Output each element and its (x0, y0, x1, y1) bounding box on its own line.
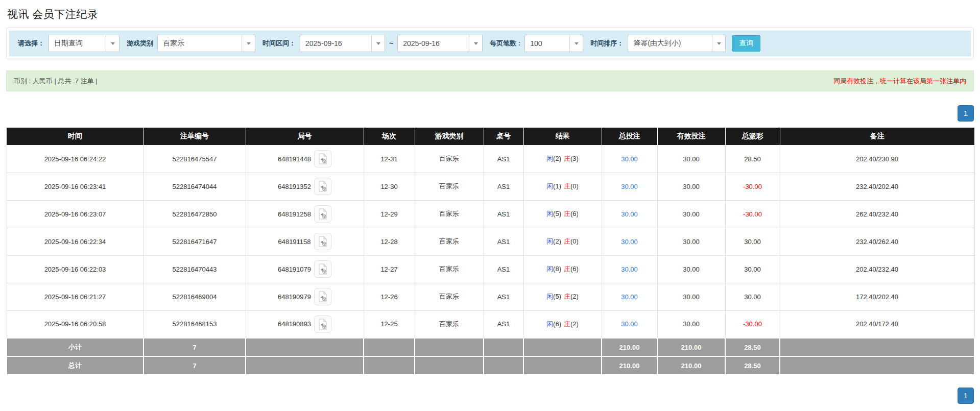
cell-result: 闲(2)庄(3) (523, 145, 602, 173)
video-replay-icon (318, 208, 328, 220)
video-replay-button[interactable] (314, 178, 331, 195)
result-banker-score: (2) (570, 320, 579, 328)
result-player-score: (5) (553, 293, 561, 300)
cell-remark: 232.40/262.40 (780, 228, 974, 255)
bet-records-table: 时间注单编号局号场次游戏类别桌号结果总投注有效投注总派彩备注 2025-09-1… (6, 128, 975, 375)
column-header: 场次 (364, 128, 415, 145)
page-1-button[interactable]: 1 (958, 388, 974, 404)
round-id-value: 648190979 (278, 293, 311, 301)
game-type-toggle[interactable] (242, 35, 255, 52)
cell-time: 2025-09-16 06:20:58 (7, 310, 144, 338)
page-size-toggle[interactable] (569, 35, 583, 52)
total-bet-link[interactable]: 30.00 (621, 238, 638, 246)
cell-session: 12-27 (364, 255, 415, 283)
total-bet-link[interactable]: 30.00 (621, 155, 638, 163)
subtotal-label: 小计 (7, 338, 144, 356)
game-type-value: 百家乐 (158, 35, 242, 52)
date-from-select[interactable]: 2025-09-16 (300, 35, 385, 52)
caret-down-icon (111, 42, 115, 45)
cell-bet-id: 522816471647 (144, 228, 246, 255)
cell-valid-bet: 30.00 (657, 200, 725, 228)
cell-total-bet: 30.00 (602, 145, 657, 173)
video-replay-button[interactable] (314, 150, 331, 167)
date-to-value: 2025-09-16 (398, 35, 469, 52)
result-banker-score: (0) (570, 237, 579, 245)
caret-down-icon (474, 42, 478, 45)
cell-result: 闲(5)庄(6) (523, 200, 602, 228)
game-type-select[interactable]: 百家乐 (157, 35, 255, 52)
cell-game-type: 百家乐 (415, 283, 484, 310)
cell-payout: 30.00 (725, 228, 780, 255)
cell-table-no: AS1 (484, 145, 523, 173)
cell-payout: 30.00 (725, 283, 780, 310)
page-1-button[interactable]: 1 (958, 105, 974, 122)
page-title: 视讯 会员下注纪录 (7, 7, 974, 21)
cell-total-bet: 30.00 (602, 228, 657, 255)
video-replay-button[interactable] (314, 260, 331, 278)
result-player-label: 闲 (546, 293, 553, 300)
page-size-value: 100 (525, 35, 569, 52)
cell-round-id: 648191079 (246, 255, 364, 283)
cell-table-no: AS1 (484, 255, 523, 283)
video-replay-button[interactable] (314, 288, 331, 305)
cell-remark: 262.40/232.40 (780, 200, 974, 228)
cell-game-type: 百家乐 (415, 173, 484, 200)
result-banker-label: 庄 (564, 237, 570, 245)
total-bet-link[interactable]: 30.00 (621, 183, 638, 190)
result-player-label: 闲 (546, 210, 553, 217)
cell-remark: 202.40/232.40 (780, 255, 974, 283)
total-row: 总计 7 210.00 210.00 28.50 (7, 356, 974, 375)
time-sort-toggle[interactable] (712, 35, 725, 52)
filter-bar: 请选择： 日期查询 游戏类别 百家乐 时间区间： 2025-09-16 ~ 20… (9, 31, 971, 56)
time-sort-select[interactable]: 降幂(由大到小) (628, 35, 726, 52)
cell-remark: 202.40/172.40 (780, 310, 974, 338)
page: 视讯 会员下注纪录 请选择： 日期查询 游戏类别 百家乐 时间区间： 2025-… (0, 0, 980, 411)
cell-bet-id: 522816475547 (144, 145, 246, 173)
cell-result: 闲(8)庄(6) (523, 255, 602, 283)
subtotal-count: 7 (144, 338, 246, 356)
time-range-label: 时间区间： (262, 39, 296, 48)
video-replay-icon (318, 181, 328, 192)
cell-round-id: 648190893 (246, 310, 364, 338)
total-count: 7 (144, 356, 246, 375)
cell-game-type: 百家乐 (415, 255, 484, 283)
cell-remark: 202.40/230.90 (780, 145, 974, 173)
search-button[interactable]: 查询 (732, 35, 760, 52)
total-bet-link[interactable]: 30.00 (621, 265, 638, 273)
cell-result: 闲(5)庄(2) (523, 283, 602, 310)
video-replay-icon (318, 291, 328, 302)
cell-payout: -30.00 (725, 173, 780, 200)
query-type-select[interactable]: 日期查询 (49, 35, 119, 52)
video-replay-button[interactable] (314, 205, 331, 223)
column-header: 注单编号 (144, 128, 246, 145)
result-player-label: 闲 (546, 155, 553, 162)
video-replay-button[interactable] (314, 233, 331, 250)
video-replay-icon (318, 263, 328, 275)
date-to-toggle[interactable] (469, 35, 482, 52)
time-sort-label: 时间排序： (590, 39, 624, 48)
cell-table-no: AS1 (484, 200, 523, 228)
video-replay-button[interactable] (314, 316, 331, 333)
query-type-toggle[interactable] (106, 35, 119, 52)
page-size-select[interactable]: 100 (524, 35, 583, 52)
date-from-toggle[interactable] (371, 35, 385, 52)
cell-result: 闲(6)庄(2) (523, 310, 602, 338)
summary-bar: 币别 : 人民币 | 总共 :7 注单 | 同局有效投注，统一计算在该局第一张注… (6, 70, 974, 91)
date-to-select[interactable]: 2025-09-16 (397, 35, 483, 52)
total-bet-link[interactable]: 30.00 (621, 210, 638, 218)
table-row: 2025-09-16 06:20:58 522816468153 6481908… (7, 310, 974, 338)
cell-time: 2025-09-16 06:24:22 (7, 145, 144, 173)
total-label: 总计 (7, 356, 144, 375)
result-player-label: 闲 (546, 265, 553, 273)
column-header: 结果 (523, 128, 602, 145)
total-bet-link[interactable]: 30.00 (621, 293, 638, 301)
caret-down-icon (575, 42, 579, 45)
total-bet-link[interactable]: 30.00 (621, 320, 638, 328)
cell-total-bet: 30.00 (602, 255, 657, 283)
round-id-value: 648191448 (278, 155, 311, 163)
cell-time: 2025-09-16 06:22:34 (7, 228, 144, 255)
cell-round-id: 648191352 (246, 173, 364, 200)
pagination-top: 1 (6, 105, 974, 122)
round-id-value: 648191158 (278, 238, 310, 246)
cell-game-type: 百家乐 (415, 200, 484, 228)
